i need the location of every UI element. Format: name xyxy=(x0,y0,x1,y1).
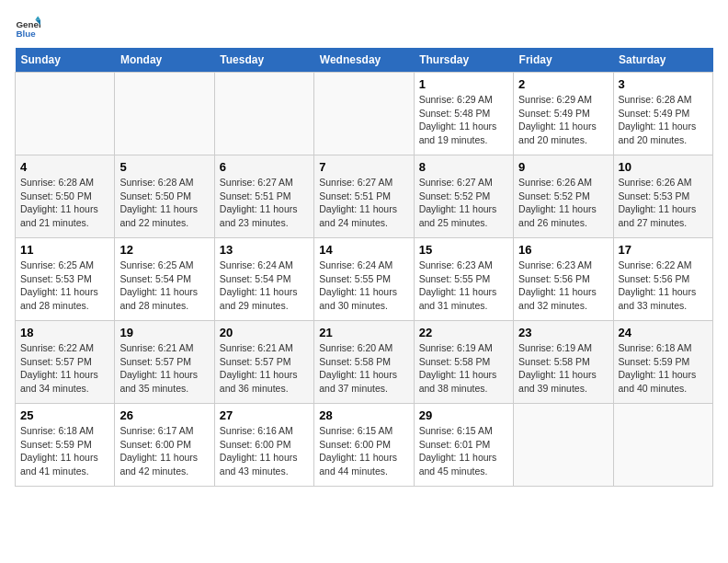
day-info: Sunrise: 6:21 AM Sunset: 5:57 PM Dayligh… xyxy=(119,341,209,396)
calendar-cell: 14Sunrise: 6:24 AM Sunset: 5:55 PM Dayli… xyxy=(314,238,414,321)
day-number: 19 xyxy=(119,326,209,339)
calendar-cell: 6Sunrise: 6:27 AM Sunset: 5:51 PM Daylig… xyxy=(214,155,313,238)
day-info: Sunrise: 6:24 AM Sunset: 5:55 PM Dayligh… xyxy=(319,259,408,313)
day-number: 6 xyxy=(220,160,309,174)
day-info: Sunrise: 6:16 AM Sunset: 6:00 PM Dayligh… xyxy=(220,424,309,478)
calendar-cell xyxy=(16,73,115,155)
day-number: 20 xyxy=(220,326,309,339)
calendar-cell: 17Sunrise: 6:22 AM Sunset: 5:56 PM Dayli… xyxy=(613,238,712,321)
day-number: 17 xyxy=(619,243,708,257)
calendar-cell: 19Sunrise: 6:21 AM Sunset: 5:57 PM Dayli… xyxy=(115,321,214,404)
weekday-header-thursday: Thursday xyxy=(414,48,513,73)
header: General Blue xyxy=(15,15,713,40)
day-number: 26 xyxy=(119,408,209,422)
calendar-cell: 1Sunrise: 6:29 AM Sunset: 5:48 PM Daylig… xyxy=(414,73,513,155)
calendar-cell: 5Sunrise: 6:28 AM Sunset: 5:50 PM Daylig… xyxy=(115,155,214,238)
day-info: Sunrise: 6:19 AM Sunset: 5:58 PM Dayligh… xyxy=(419,341,508,396)
day-number: 25 xyxy=(20,408,109,422)
day-info: Sunrise: 6:27 AM Sunset: 5:52 PM Dayligh… xyxy=(419,176,508,230)
day-info: Sunrise: 6:15 AM Sunset: 6:00 PM Dayligh… xyxy=(319,424,408,478)
day-number: 29 xyxy=(419,408,508,422)
day-number: 1 xyxy=(419,77,508,91)
calendar-cell: 20Sunrise: 6:21 AM Sunset: 5:57 PM Dayli… xyxy=(214,321,313,404)
day-info: Sunrise: 6:19 AM Sunset: 5:58 PM Dayligh… xyxy=(518,341,608,396)
day-info: Sunrise: 6:17 AM Sunset: 6:00 PM Dayligh… xyxy=(119,424,209,478)
day-number: 21 xyxy=(319,326,408,339)
calendar-cell: 15Sunrise: 6:23 AM Sunset: 5:55 PM Dayli… xyxy=(414,238,513,321)
day-info: Sunrise: 6:18 AM Sunset: 5:59 PM Dayligh… xyxy=(619,341,708,396)
day-number: 16 xyxy=(518,243,608,257)
day-info: Sunrise: 6:23 AM Sunset: 5:55 PM Dayligh… xyxy=(419,259,508,313)
calendar-cell: 27Sunrise: 6:16 AM Sunset: 6:00 PM Dayli… xyxy=(214,404,313,487)
day-info: Sunrise: 6:20 AM Sunset: 5:58 PM Dayligh… xyxy=(319,341,408,396)
calendar-cell: 8Sunrise: 6:27 AM Sunset: 5:52 PM Daylig… xyxy=(414,155,513,238)
day-number: 12 xyxy=(119,243,209,257)
svg-marker-2 xyxy=(35,16,40,19)
day-info: Sunrise: 6:28 AM Sunset: 5:49 PM Dayligh… xyxy=(619,93,708,147)
weekday-header-monday: Monday xyxy=(115,48,214,73)
calendar-cell: 21Sunrise: 6:20 AM Sunset: 5:58 PM Dayli… xyxy=(314,321,414,404)
day-number: 5 xyxy=(119,160,209,174)
calendar-cell: 11Sunrise: 6:25 AM Sunset: 5:53 PM Dayli… xyxy=(16,238,115,321)
day-number: 3 xyxy=(619,77,708,91)
calendar-table: SundayMondayTuesdayWednesdayThursdayFrid… xyxy=(15,48,713,487)
day-number: 8 xyxy=(419,160,508,174)
logo: General Blue xyxy=(15,15,44,40)
calendar-cell: 9Sunrise: 6:26 AM Sunset: 5:52 PM Daylig… xyxy=(514,155,613,238)
day-info: Sunrise: 6:25 AM Sunset: 5:54 PM Dayligh… xyxy=(119,259,209,313)
day-number: 27 xyxy=(220,408,309,422)
week-row-4: 25Sunrise: 6:18 AM Sunset: 5:59 PM Dayli… xyxy=(16,404,713,487)
day-number: 9 xyxy=(518,160,608,174)
day-info: Sunrise: 6:28 AM Sunset: 5:50 PM Dayligh… xyxy=(119,176,209,230)
calendar-cell: 24Sunrise: 6:18 AM Sunset: 5:59 PM Dayli… xyxy=(613,321,712,404)
calendar-cell xyxy=(214,73,313,155)
calendar-cell: 22Sunrise: 6:19 AM Sunset: 5:58 PM Dayli… xyxy=(414,321,513,404)
day-info: Sunrise: 6:27 AM Sunset: 5:51 PM Dayligh… xyxy=(319,176,408,230)
weekday-header-sunday: Sunday xyxy=(16,48,115,73)
day-info: Sunrise: 6:29 AM Sunset: 5:48 PM Dayligh… xyxy=(419,93,508,147)
weekday-header-row: SundayMondayTuesdayWednesdayThursdayFrid… xyxy=(16,48,713,73)
day-info: Sunrise: 6:15 AM Sunset: 6:01 PM Dayligh… xyxy=(419,424,508,478)
calendar-cell: 16Sunrise: 6:23 AM Sunset: 5:56 PM Dayli… xyxy=(514,238,613,321)
calendar-cell: 3Sunrise: 6:28 AM Sunset: 5:49 PM Daylig… xyxy=(613,73,712,155)
calendar-cell: 2Sunrise: 6:29 AM Sunset: 5:49 PM Daylig… xyxy=(514,73,613,155)
day-info: Sunrise: 6:27 AM Sunset: 5:51 PM Dayligh… xyxy=(220,176,309,230)
calendar-cell: 12Sunrise: 6:25 AM Sunset: 5:54 PM Dayli… xyxy=(115,238,214,321)
day-number: 14 xyxy=(319,243,408,257)
calendar-cell xyxy=(613,404,712,487)
day-number: 22 xyxy=(419,326,508,339)
day-info: Sunrise: 6:29 AM Sunset: 5:49 PM Dayligh… xyxy=(518,93,608,147)
day-info: Sunrise: 6:26 AM Sunset: 5:52 PM Dayligh… xyxy=(518,176,608,230)
calendar-cell: 29Sunrise: 6:15 AM Sunset: 6:01 PM Dayli… xyxy=(414,404,513,487)
calendar-cell: 18Sunrise: 6:22 AM Sunset: 5:57 PM Dayli… xyxy=(16,321,115,404)
day-info: Sunrise: 6:24 AM Sunset: 5:54 PM Dayligh… xyxy=(220,259,309,313)
day-number: 15 xyxy=(419,243,508,257)
day-info: Sunrise: 6:23 AM Sunset: 5:56 PM Dayligh… xyxy=(518,259,608,313)
day-number: 10 xyxy=(619,160,708,174)
calendar-cell: 13Sunrise: 6:24 AM Sunset: 5:54 PM Dayli… xyxy=(214,238,313,321)
calendar-cell xyxy=(314,73,414,155)
day-info: Sunrise: 6:22 AM Sunset: 5:57 PM Dayligh… xyxy=(20,341,109,396)
day-info: Sunrise: 6:22 AM Sunset: 5:56 PM Dayligh… xyxy=(619,259,708,313)
svg-text:Blue: Blue xyxy=(16,29,36,39)
weekday-header-friday: Friday xyxy=(514,48,613,73)
day-number: 18 xyxy=(20,326,109,339)
day-info: Sunrise: 6:21 AM Sunset: 5:57 PM Dayligh… xyxy=(220,341,309,396)
logo-icon: General Blue xyxy=(15,15,40,40)
calendar-cell: 26Sunrise: 6:17 AM Sunset: 6:00 PM Dayli… xyxy=(115,404,214,487)
day-info: Sunrise: 6:18 AM Sunset: 5:59 PM Dayligh… xyxy=(20,424,109,478)
day-info: Sunrise: 6:26 AM Sunset: 5:53 PM Dayligh… xyxy=(619,176,708,230)
weekday-header-wednesday: Wednesday xyxy=(314,48,414,73)
week-row-0: 1Sunrise: 6:29 AM Sunset: 5:48 PM Daylig… xyxy=(16,73,713,155)
day-number: 13 xyxy=(220,243,309,257)
day-number: 4 xyxy=(20,160,109,174)
week-row-2: 11Sunrise: 6:25 AM Sunset: 5:53 PM Dayli… xyxy=(16,238,713,321)
day-number: 11 xyxy=(20,243,109,257)
calendar-cell: 28Sunrise: 6:15 AM Sunset: 6:00 PM Dayli… xyxy=(314,404,414,487)
calendar-cell: 7Sunrise: 6:27 AM Sunset: 5:51 PM Daylig… xyxy=(314,155,414,238)
day-number: 23 xyxy=(518,326,608,339)
calendar-cell: 10Sunrise: 6:26 AM Sunset: 5:53 PM Dayli… xyxy=(613,155,712,238)
day-number: 28 xyxy=(319,408,408,422)
calendar-cell: 23Sunrise: 6:19 AM Sunset: 5:58 PM Dayli… xyxy=(514,321,613,404)
day-info: Sunrise: 6:28 AM Sunset: 5:50 PM Dayligh… xyxy=(20,176,109,230)
